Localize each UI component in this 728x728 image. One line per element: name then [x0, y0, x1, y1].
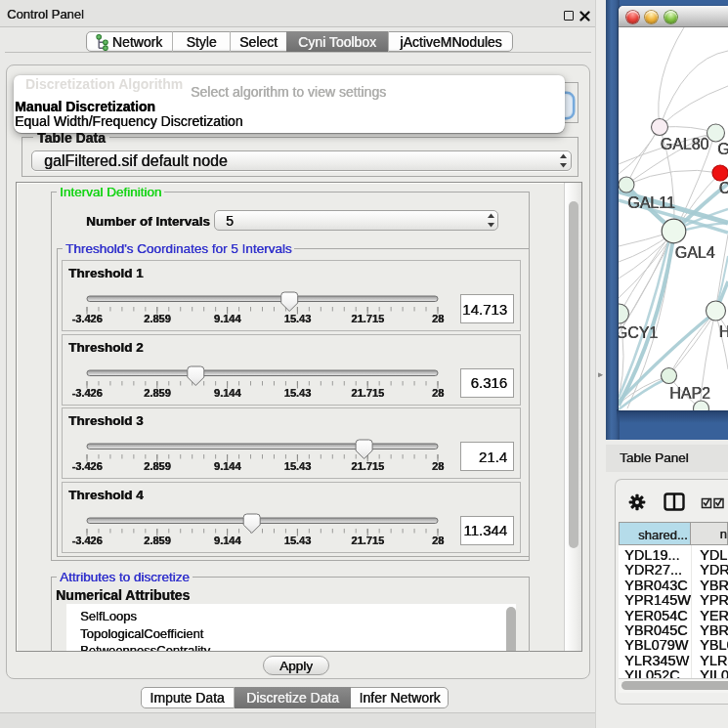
svg-text:9.144: 9.144: [214, 460, 241, 472]
svg-text:2.859: 2.859: [144, 535, 171, 546]
svg-text:GCY1: GCY1: [619, 324, 658, 341]
svg-text:C: C: [719, 180, 728, 196]
svg-text:28: 28: [432, 460, 444, 472]
svg-text:9.144: 9.144: [214, 313, 241, 324]
svg-text:2.859: 2.859: [144, 387, 171, 399]
svg-text:2.859: 2.859: [144, 460, 171, 472]
svg-text:21.715: 21.715: [351, 387, 384, 399]
svg-text:21.715: 21.715: [351, 460, 384, 472]
svg-text:21.715: 21.715: [351, 313, 384, 324]
svg-text:9.144: 9.144: [214, 387, 241, 399]
svg-text:G.: G.: [717, 141, 728, 157]
svg-text:GAL11: GAL11: [627, 194, 675, 211]
svg-text:-3.426: -3.426: [71, 387, 102, 399]
svg-text:HAP2: HAP2: [669, 385, 710, 402]
svg-text:2.859: 2.859: [144, 313, 171, 324]
svg-text:28: 28: [432, 387, 444, 399]
svg-text:GAL80: GAL80: [661, 136, 709, 152]
svg-text:28: 28: [432, 535, 444, 546]
svg-text:H: H: [719, 323, 728, 340]
svg-text:15.43: 15.43: [284, 387, 312, 399]
svg-text:15.43: 15.43: [284, 460, 312, 472]
svg-text:9.144: 9.144: [214, 535, 241, 546]
svg-text:-3.426: -3.426: [71, 535, 102, 546]
svg-text:28: 28: [432, 313, 444, 324]
svg-text:-3.426: -3.426: [71, 313, 102, 324]
svg-text:15.43: 15.43: [284, 313, 312, 324]
svg-text:GAL4: GAL4: [675, 244, 715, 261]
svg-text:15.43: 15.43: [284, 535, 312, 546]
svg-text:21.715: 21.715: [351, 535, 384, 546]
svg-text:-3.426: -3.426: [71, 460, 102, 472]
